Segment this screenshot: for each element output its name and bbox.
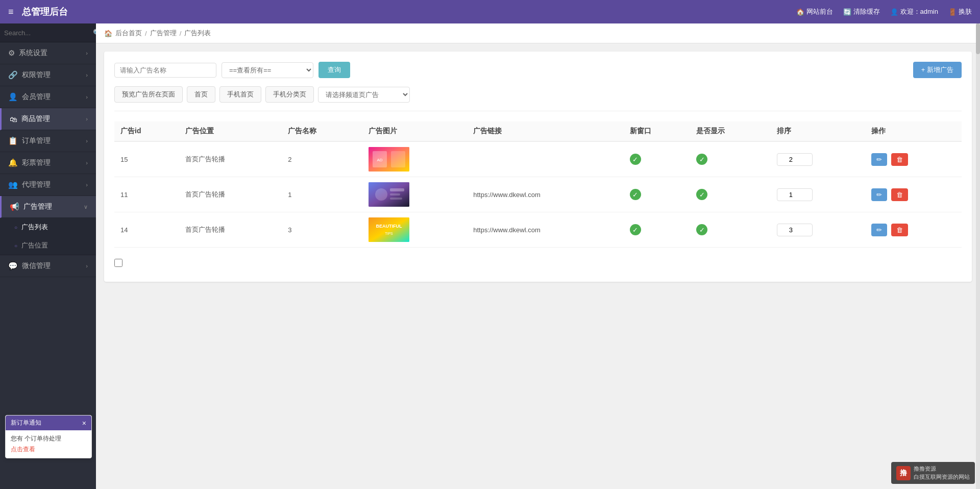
chevron-down-icon: ∨ <box>84 204 88 210</box>
chevron-right-icon: › <box>86 50 88 56</box>
sidebar-label-system: 系统设置 <box>19 48 47 58</box>
sidebar-sub-item-ad-list[interactable]: ○ 广告列表 <box>0 218 96 236</box>
sidebar-label-ad: 广告管理 <box>23 202 52 211</box>
col-action: 操作 <box>865 121 962 141</box>
cell-link <box>467 141 624 177</box>
home-icon: 🏠 <box>796 8 804 16</box>
edit-button-1[interactable]: ✏ <box>871 188 887 201</box>
sort-input-2[interactable] <box>777 224 813 236</box>
refresh-icon: 🔄 <box>843 8 851 16</box>
new-window-check-icon: ✓ <box>630 224 641 235</box>
sidebar-item-system[interactable]: ⚙ 系统设置 › <box>0 42 96 64</box>
logout-link[interactable]: 🚪 换肤 <box>948 7 972 16</box>
cell-link: https://www.dkewl.com <box>467 177 624 212</box>
chevron-right-icon: › <box>86 116 88 122</box>
svg-rect-7 <box>390 193 400 195</box>
dot-icon: ○ <box>14 243 17 249</box>
sidebar-item-lottery[interactable]: 🔔 彩票管理 › <box>0 152 96 174</box>
ad-image-0: AD <box>369 147 409 172</box>
sidebar-item-member[interactable]: 👤 会员管理 › <box>0 86 96 108</box>
breadcrumb-home[interactable]: 后台首页 <box>115 29 142 38</box>
new-window-check-icon: ✓ <box>630 189 641 200</box>
breadcrumb-sep: / <box>180 30 182 37</box>
cell-image <box>362 177 467 212</box>
cell-position: 首页广告轮播 <box>179 212 282 248</box>
sidebar-sub-ad: ○ 广告列表 ○ 广告位置 <box>0 218 96 255</box>
sort-input-1[interactable] <box>777 188 813 201</box>
sidebar-item-goods[interactable]: 🛍 商品管理 › <box>0 108 96 130</box>
channel-select[interactable]: 请选择频道页广告 <box>318 87 410 103</box>
is-show-check-icon: ✓ <box>696 189 707 200</box>
breadcrumb-sep: / <box>145 30 147 37</box>
edit-button-2[interactable]: ✏ <box>871 224 887 236</box>
notification-title: 新订单通知 <box>11 419 41 427</box>
notification-body: 您有 个订单待处理 点击查看 <box>6 430 91 458</box>
filter-row: ==查看所有== 查询 + 新增广告 <box>114 62 962 78</box>
edit-button-0[interactable]: ✏ <box>871 153 887 166</box>
new-window-check-icon: ✓ <box>630 154 641 165</box>
table-row: 11 首页广告轮播 1 <box>114 177 962 212</box>
cell-position: 首页广告轮播 <box>179 177 282 212</box>
svg-text:TIPS: TIPS <box>385 232 393 235</box>
query-button[interactable]: 查询 <box>318 62 350 78</box>
cell-sort <box>771 141 865 177</box>
content-area: 🏠 后台首页 / 广告管理 / 广告列表 ==查看所有== 查询 + 新增广告 <box>96 23 980 489</box>
cell-sort <box>771 177 865 212</box>
breadcrumb: 🏠 后台首页 / 广告管理 / 广告列表 <box>96 23 980 43</box>
table-row: 14 首页广告轮播 3 BEAUTIFUL TIPS https://www.d… <box>114 212 962 248</box>
cell-sort <box>771 212 865 248</box>
ad-name-input[interactable] <box>114 63 216 78</box>
bell-icon: 🔔 <box>8 158 18 167</box>
hamburger-icon[interactable]: ≡ <box>8 7 14 17</box>
col-is-show: 是否显示 <box>690 121 771 141</box>
col-id: 广告id <box>114 121 179 141</box>
col-image: 广告图片 <box>362 121 467 141</box>
svg-rect-4 <box>369 182 409 207</box>
table-header: 广告id 广告位置 广告名称 广告图片 广告链接 新窗口 是否显示 排序 操作 <box>114 121 962 141</box>
notification-close-button[interactable]: × <box>82 420 86 427</box>
sidebar-sub-label-ad-list: 广告列表 <box>21 223 48 232</box>
users-icon: 👥 <box>8 180 18 189</box>
preview-btn[interactable]: 预览广告所在页面 <box>114 86 183 103</box>
cell-is-show: ✓ <box>690 141 771 177</box>
delete-button-2[interactable]: 🗑 <box>891 224 908 236</box>
sidebar-label-order: 订单管理 <box>22 136 51 145</box>
table-body: 15 首页广告轮播 2 AD <box>114 141 962 248</box>
col-new-window: 新窗口 <box>624 121 690 141</box>
sidebar-sub-item-ad-position[interactable]: ○ 广告位置 <box>0 236 96 255</box>
ad-category-select[interactable]: ==查看所有== <box>222 62 313 78</box>
table-row: 15 首页广告轮播 2 AD <box>114 141 962 177</box>
watermark-text: 撸撸资源 白摸互联网资源的网站 <box>914 465 970 481</box>
scroll-thumb[interactable] <box>976 23 980 54</box>
delete-button-1[interactable]: 🗑 <box>891 188 908 201</box>
mobile-home-btn[interactable]: 手机首页 <box>219 86 261 103</box>
sort-input-0[interactable] <box>777 153 813 166</box>
mobile-cat-btn[interactable]: 手机分类页 <box>265 86 314 103</box>
sidebar-item-wechat[interactable]: 💬 微信管理 › <box>0 255 96 277</box>
cell-is-show: ✓ <box>690 212 771 248</box>
breadcrumb-current: 广告列表 <box>184 29 211 38</box>
select-all-checkbox[interactable] <box>114 259 122 267</box>
search-input[interactable] <box>4 29 90 37</box>
sidebar-label-permission: 权限管理 <box>22 70 51 80</box>
svg-rect-6 <box>390 188 404 191</box>
home-page-btn[interactable]: 首页 <box>187 86 215 103</box>
delete-button-0[interactable]: 🗑 <box>891 153 908 166</box>
sidebar-item-agent[interactable]: 👥 代理管理 › <box>0 174 96 196</box>
clear-cache-link[interactable]: 🔄 清除缓存 <box>843 7 880 16</box>
website-link[interactable]: 🏠 网站前台 <box>796 7 833 16</box>
notification-body-text: 您有 个订单待处理 <box>11 435 61 442</box>
sidebar-item-ad[interactable]: 📢 广告管理 ∨ <box>0 196 96 218</box>
sidebar-item-permission[interactable]: 🔗 权限管理 › <box>0 64 96 86</box>
breadcrumb-parent[interactable]: 广告管理 <box>150 29 177 38</box>
sidebar-label-goods: 商品管理 <box>21 114 50 124</box>
sidebar-item-order[interactable]: 📋 订单管理 › <box>0 130 96 152</box>
notification-link[interactable]: 点击查看 <box>11 445 86 454</box>
ad-image-2: BEAUTIFUL TIPS <box>369 217 409 242</box>
cell-id: 14 <box>114 212 179 248</box>
svg-text:AD: AD <box>377 158 383 162</box>
notification-header: 新订单通知 × <box>6 415 91 430</box>
add-ad-button[interactable]: + 新增广告 <box>913 62 962 78</box>
sidebar-label-agent: 代理管理 <box>22 180 51 189</box>
sidebar-label-lottery: 彩票管理 <box>22 158 51 167</box>
